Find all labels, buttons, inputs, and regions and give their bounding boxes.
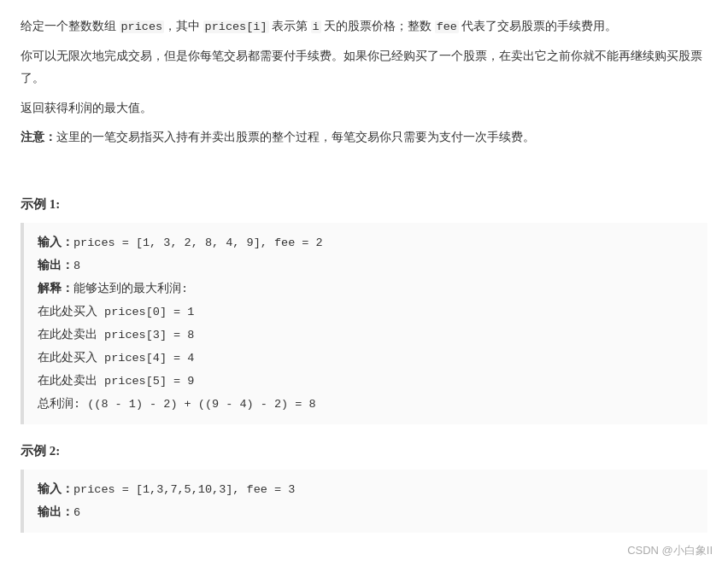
example1-input: 输入：prices = [1, 3, 2, 8, 4, 9], fee = 2 xyxy=(38,231,694,254)
example1-step4: 在此处卖出 prices[5] = 9 xyxy=(38,370,694,393)
example1-output: 输出：8 xyxy=(38,254,694,277)
example2-input: 输入：prices = [1,3,7,5,10,3], fee = 3 xyxy=(38,478,694,501)
example2-block: 输入：prices = [1,3,7,5,10,3], fee = 3 输出：6 xyxy=(21,470,707,533)
intro-line1: 给定一个整数数组 prices，其中 prices[i] 表示第 i 天的股票价… xyxy=(21,15,707,38)
example2-title: 示例 2: xyxy=(21,440,707,463)
note: 注意：这里的一笔交易指买入持有并卖出股票的整个过程，每笔交易你只需要为支付一次手… xyxy=(21,126,707,149)
intro-line2: 你可以无限次地完成交易，但是你每笔交易都需要付手续费。如果你已经购买了一个股票，… xyxy=(21,45,707,90)
example1-title: 示例 1: xyxy=(21,193,707,216)
example1-explain: 解释：能够达到的最大利润: xyxy=(38,277,694,301)
watermark: CSDN @小白象II xyxy=(627,540,713,560)
example1-total: 总利润: ((8 - 1) - 2) + ((9 - 4) - 2) = 8 xyxy=(38,393,694,416)
intro-line3: 返回获得利润的最大值。 xyxy=(21,97,707,120)
example1-step2: 在此处卖出 prices[3] = 8 xyxy=(38,324,694,347)
example1-block: 输入：prices = [1, 3, 2, 8, 4, 9], fee = 2 … xyxy=(21,223,707,424)
example1-step1: 在此处买入 prices[0] = 1 xyxy=(38,301,694,324)
example1-step3: 在此处买入 prices[4] = 4 xyxy=(38,347,694,370)
example2-output: 输出：6 xyxy=(38,501,694,524)
